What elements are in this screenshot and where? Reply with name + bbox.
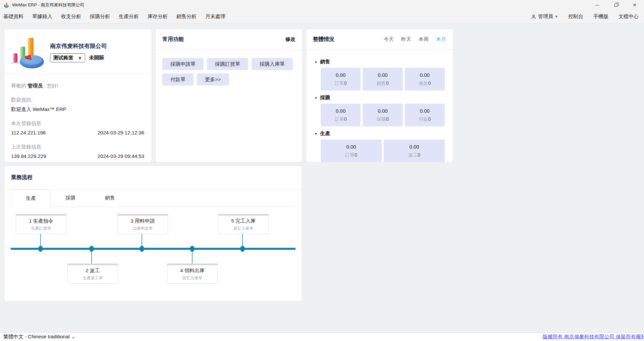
minimize-button[interactable] — [588, 0, 606, 10]
company-name: 南京伟麦科技有限公司 — [50, 42, 107, 50]
chevron-down-icon: ▼ — [555, 15, 558, 18]
node-title: 5 完工入庫 — [218, 218, 268, 224]
business-process-card: 業務流程 生產 採購 銷售 1 生產指令 生產訂貨單 3 用料申請 — [4, 166, 302, 301]
business-process-title: 業務流程 — [11, 174, 33, 181]
tile-label: 訂單0 — [345, 152, 357, 158]
footer-bar: 繁體中文 - Chinese traditional ⌄ 版權所有 南京偉麥科技… — [0, 332, 644, 341]
process-node-material-request[interactable]: 3 用料申請 出庫申請單 — [117, 214, 168, 234]
language-select[interactable]: 繁體中文 - Chinese traditional ⌄ — [3, 334, 75, 340]
edit-functions-button[interactable]: 修改 — [285, 36, 296, 43]
chevron-down-icon: ⌄ — [72, 335, 75, 339]
language-value: 繁體中文 - Chinese traditional — [3, 334, 70, 340]
tile-label: 銷售0 — [377, 80, 389, 87]
payment-voucher-button[interactable]: 付款單 — [162, 73, 194, 86]
sales-amount-tile[interactable]: 0.00 銷售0 — [363, 68, 402, 91]
last-login-ip: 139.84.229.229 — [11, 153, 46, 160]
purchase-inbound-button[interactable]: 採購入庫單 — [252, 58, 293, 70]
bullet-icon: • — [315, 95, 317, 101]
company-card: 南京伟麦科技有限公司 测试账套 ∨ 未開賬 尊敬的 管理员 , 您好! 歡迎資訊… — [4, 29, 152, 162]
node-subtitle: 其它出庫單 — [167, 275, 217, 281]
account-set-value: 测试账套 — [53, 55, 73, 61]
common-functions-title: 常用功能 — [162, 36, 184, 43]
purchase-amount-tile[interactable]: 0.00 採購0 — [363, 104, 402, 126]
node-subtitle: 生產訂貨單 — [16, 226, 66, 231]
production-dispatch-tile[interactable]: 0.00 派工0 — [384, 139, 445, 162]
overview-tab-yesterday[interactable]: 昨天 — [401, 36, 411, 43]
current-login-ip: 112.24.221.198 — [11, 129, 46, 136]
user-dropdown[interactable]: 管理員 ▼ — [531, 13, 558, 20]
menu-item-inventory-analysis[interactable]: 庫存分析 — [148, 13, 168, 20]
current-login-time: 2024-03-29 12:12:36 — [98, 129, 144, 136]
node-subtitle: 其它入庫單 — [218, 226, 268, 231]
menu-item-sales-analysis[interactable]: 銷售分析 — [176, 13, 197, 20]
tile-label: 訂單0 — [335, 116, 347, 122]
sales-receipts-tile[interactable]: 0.00 收款0 — [405, 68, 445, 91]
menu-item-base-data[interactable]: 基礎資料 — [3, 13, 23, 20]
user-icon — [531, 14, 536, 19]
production-orders-tile[interactable]: 0.00 訂單0 — [321, 139, 382, 162]
overview-tab-this-month[interactable]: 本月 — [436, 36, 446, 43]
process-tab-production[interactable]: 生產 — [11, 189, 51, 207]
menu-item-mobile-version[interactable]: 手機版 — [593, 13, 608, 20]
more-functions-button[interactable]: 更多>> — [197, 73, 229, 86]
overview-tab-today[interactable]: 今天 — [384, 36, 394, 43]
purchase-payments-tile[interactable]: 0.00 付款0 — [405, 104, 445, 126]
tile-label: 派工0 — [408, 152, 420, 158]
tile-value: 0.00 — [336, 72, 345, 78]
welcome-message: 歡迎進入 WeMax™ ERP — [11, 106, 148, 113]
connector-line — [91, 250, 92, 264]
sales-section-label: 銷售 — [320, 59, 330, 65]
overview-tab-this-week[interactable]: 本周 — [419, 36, 429, 43]
node-title: 4 領料出庫 — [167, 268, 217, 274]
menu-item-purchase-analysis[interactable]: 採購分析 — [90, 13, 110, 20]
account-open-status: 未開賬 — [89, 55, 104, 61]
company-logo — [11, 36, 45, 69]
menu-item-voucher-entry[interactable]: 單據錄入 — [32, 13, 52, 20]
tile-value: 0.00 — [336, 108, 345, 114]
menu-item-doc-center[interactable]: 文檔中心 — [619, 13, 639, 20]
menu-item-income-expense-analysis[interactable]: 收支分析 — [61, 13, 81, 20]
process-node-material-outbound[interactable]: 4 領料出庫 其它出庫單 — [167, 264, 218, 284]
last-login-label: 上次登錄信息 — [11, 144, 148, 150]
overview-title: 整體情況 — [313, 36, 334, 43]
tile-value: 0.00 — [378, 72, 387, 78]
process-node-dispatch[interactable]: 2 派工 生產派工單 — [67, 264, 118, 284]
process-tab-sales[interactable]: 銷售 — [90, 189, 130, 207]
process-node-production-order[interactable]: 1 生產指令 生產訂貨單 — [16, 214, 66, 234]
sales-orders-tile[interactable]: 0.00 訂單0 — [321, 68, 361, 91]
window-title: WeMax ERP - 南京伟麦科技有限公司 — [12, 2, 84, 8]
timeline-dot — [140, 246, 144, 252]
process-tab-purchase[interactable]: 採購 — [51, 189, 90, 207]
tile-value: 0.00 — [409, 144, 419, 150]
greeting-user: 管理员 — [28, 83, 43, 89]
tile-label: 採購0 — [377, 116, 389, 122]
node-title: 3 用料申請 — [118, 218, 168, 224]
main-content: 南京伟麦科技有限公司 测试账套 ∨ 未開賬 尊敬的 管理员 , 您好! 歡迎資訊… — [0, 23, 644, 301]
current-login-label: 本次登錄信息 — [11, 120, 148, 127]
connector-line — [192, 250, 193, 264]
copyright-link[interactable]: 版權所有 南京偉麥科技有限公司 保留所有權利 — [543, 334, 644, 340]
restore-icon — [614, 4, 618, 7]
tile-value: 0.00 — [378, 108, 387, 114]
tile-label: 收款0 — [419, 80, 431, 87]
purchase-section-label: 採購 — [320, 95, 330, 101]
greeting-prefix: 尊敬的 — [11, 83, 28, 89]
user-name: 管理員 — [538, 13, 553, 20]
process-node-finished-inbound[interactable]: 5 完工入庫 其它入庫單 — [218, 214, 269, 234]
close-button[interactable]: ✕ — [625, 0, 644, 10]
purchase-orders-tile[interactable]: 0.00 訂單0 — [321, 104, 361, 126]
account-set-select[interactable]: 测试账套 ∨ — [50, 53, 85, 62]
tile-value: 0.00 — [346, 144, 356, 150]
menu-bar: 基礎資料 單據錄入 收支分析 採購分析 生產分析 庫存分析 銷售分析 月末處理 … — [0, 10, 644, 23]
restore-button[interactable] — [606, 0, 625, 10]
tile-label: 訂單0 — [335, 80, 347, 87]
last-login-time: 2024-03-29 09:44:53 — [98, 153, 144, 160]
menu-item-console[interactable]: 控制台 — [568, 13, 583, 20]
timeline-dot — [89, 246, 94, 252]
menu-item-production-analysis[interactable]: 生產分析 — [119, 13, 139, 20]
purchase-request-button[interactable]: 採購申請單 — [162, 58, 204, 70]
node-subtitle: 出庫申請單 — [118, 226, 168, 231]
menu-item-month-end[interactable]: 月末處理 — [205, 13, 225, 20]
purchase-order-button[interactable]: 採購訂貨單 — [207, 58, 248, 70]
timeline-dot — [190, 246, 195, 252]
